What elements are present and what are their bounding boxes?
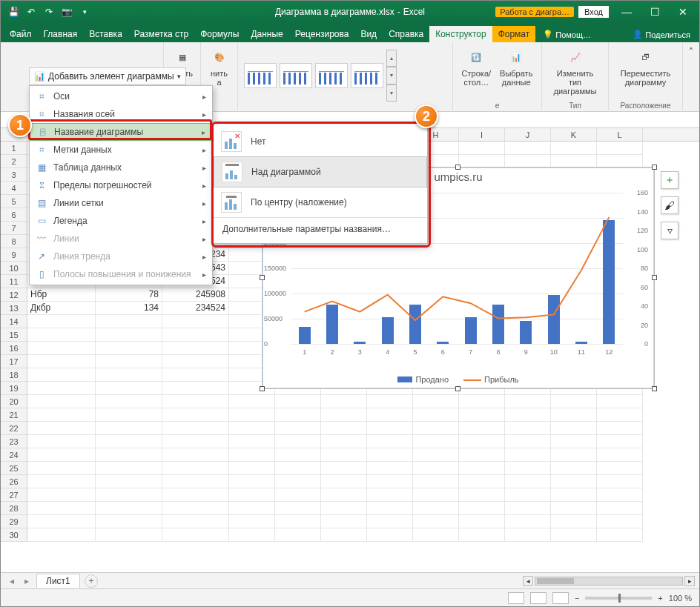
style-thumb[interactable] — [315, 63, 348, 88]
minimize-icon[interactable]: — — [613, 1, 640, 22]
error-bars-icon: Ɪ — [36, 179, 47, 191]
chart-title-submenu: Нет Над диаграммой По центру (наложение)… — [213, 123, 428, 244]
ribbon-group-styles: ▴▾▾ — [238, 42, 453, 112]
menu-data-labels[interactable]: ⌗Метки данных▸ — [30, 141, 212, 159]
chevron-right-icon: ▸ — [202, 235, 206, 243]
submenu-centered-overlay[interactable]: По центру (наложение) — [214, 188, 427, 217]
zoom-out-icon[interactable]: − — [575, 594, 579, 603]
menu-lines: 〰Линии▸ — [30, 230, 212, 248]
menu-legend[interactable]: ▭Легенда▸ — [30, 212, 212, 230]
sheet-nav-prev-icon[interactable]: ◂ — [7, 576, 17, 586]
switch-row-col-button[interactable]: 🔃Строка/ стол… — [460, 45, 493, 88]
menu-gridlines[interactable]: ▤Линии сетки▸ — [30, 194, 212, 212]
tab-layout[interactable]: Разметка стр — [128, 26, 194, 42]
style-thumb[interactable] — [280, 63, 312, 88]
ribbon-tabs: Файл Главная Вставка Разметка стр Формул… — [1, 23, 699, 42]
zoom-in-icon[interactable]: + — [658, 594, 662, 603]
save-icon[interactable]: 💾 — [7, 5, 20, 19]
undo-icon[interactable]: ↶ — [24, 5, 38, 19]
updown-icon: ▯ — [36, 268, 47, 280]
status-bar: − + 100 % — [1, 588, 699, 606]
chart-styles-button[interactable]: 🖌 — [661, 196, 678, 214]
add-element-menu: ⌗Оси▸ ⌗Названия осей▸ ⌸Название диаграмм… — [29, 85, 213, 285]
submenu-above-chart[interactable]: Над диаграммой — [214, 156, 427, 188]
gallery-scroll[interactable]: ▴▾▾ — [386, 50, 397, 102]
redo-icon[interactable]: ↷ — [42, 5, 56, 19]
submenu-more-options[interactable]: Дополнительные параметры названия… — [214, 217, 427, 240]
tab-format[interactable]: Формат — [492, 26, 536, 42]
tab-home[interactable]: Главная — [38, 26, 84, 42]
menu-updown-bars: ▯Полосы повышения и понижения▸ — [30, 265, 212, 283]
data-table-icon: ▦ — [36, 162, 47, 173]
signin-button[interactable]: Вход — [578, 6, 609, 18]
chevron-right-icon: ▸ — [202, 182, 206, 190]
ribbon-collapse-icon[interactable]: ˄ — [683, 42, 699, 111]
app-name: Excel — [403, 7, 425, 17]
share-button[interactable]: 👤Поделиться — [628, 27, 695, 42]
menu-axes[interactable]: ⌗Оси▸ — [30, 87, 212, 105]
select-data-button[interactable]: 📊Выбрать данные — [498, 45, 535, 88]
menu-data-table[interactable]: ▦Таблица данных▸ — [30, 159, 212, 176]
tellme[interactable]: 💡Помощ… — [538, 27, 595, 42]
tab-help[interactable]: Справка — [383, 26, 429, 42]
menu-trendline: ↗Линия тренда▸ — [30, 248, 212, 265]
close-icon[interactable]: ✕ — [670, 1, 696, 22]
tab-designer[interactable]: Конструктор — [429, 26, 492, 42]
palette-icon: 🎨 — [208, 47, 231, 67]
scroll-track[interactable] — [535, 577, 683, 586]
chart-legend[interactable]: Продано Прибыль — [262, 375, 654, 384]
menu-axis-titles[interactable]: ⌗Названия осей▸ — [30, 105, 212, 123]
layout-icon: ▦ — [171, 47, 194, 67]
chevron-down-icon: ▾ — [177, 73, 181, 80]
legend-item[interactable]: Продано — [397, 375, 449, 384]
style-thumb[interactable] — [244, 63, 277, 88]
style-thumb[interactable] — [351, 63, 383, 88]
legend-line-icon — [463, 379, 481, 381]
trendline-icon: ↗ — [36, 251, 47, 262]
page-break-view-icon[interactable] — [552, 592, 569, 604]
chart-element-icon: 📊 — [34, 71, 45, 82]
tab-review[interactable]: Рецензирова — [289, 26, 355, 42]
tab-view[interactable]: Вид — [354, 26, 383, 42]
maximize-icon[interactable]: ☐ — [641, 1, 668, 22]
legend-item[interactable]: Прибыль — [463, 375, 519, 384]
chart-filters-button[interactable]: ▿ — [661, 222, 678, 239]
change-colors-button[interactable]: 🎨нить а — [205, 45, 234, 88]
add-chart-element-button[interactable]: 📊 Добавить элемент диаграммы ▾ — [29, 67, 186, 85]
qat-dropdown-icon[interactable]: ▾ — [78, 5, 91, 19]
zoom-level[interactable]: 100 % — [669, 594, 692, 603]
chevron-right-icon: ▸ — [202, 217, 206, 225]
new-sheet-button[interactable]: ＋ — [85, 574, 98, 588]
lines-icon: 〰 — [36, 233, 47, 245]
chart-elements-button[interactable]: ＋ — [661, 171, 678, 189]
window-title: Диаграмма в диаграмме.xlsx - Excel — [275, 7, 425, 17]
move-chart-button[interactable]: 🗗Переместить диаграмму — [618, 45, 673, 88]
tab-data[interactable]: Данные — [245, 26, 288, 42]
normal-view-icon[interactable] — [508, 592, 524, 604]
menu-chart-title[interactable]: ⌸Название диаграммы▸ — [30, 123, 212, 141]
chevron-right-icon: ▸ — [202, 93, 206, 101]
axis-titles-icon: ⌗ — [36, 108, 47, 120]
chart-styles-gallery[interactable]: ▴▾▾ — [244, 45, 446, 102]
menu-error-bars[interactable]: ꞮПределы погрешностей▸ — [30, 176, 212, 194]
camera-icon[interactable]: 📷 — [60, 5, 73, 19]
chevron-right-icon: ▸ — [202, 146, 206, 154]
page-layout-view-icon[interactable] — [530, 592, 547, 604]
horizontal-scrollbar[interactable]: ◂ ▸ — [523, 576, 699, 586]
sheet-nav-next-icon[interactable]: ▸ — [22, 576, 32, 586]
scroll-left-icon[interactable]: ◂ — [523, 576, 533, 586]
title-overlay-icon — [221, 192, 242, 213]
submenu-none[interactable]: Нет — [214, 127, 427, 156]
row-headers[interactable]: 1234567891011121314151617181920212223242… — [1, 142, 27, 542]
callout-1: 1 — [8, 113, 32, 137]
tab-insert[interactable]: Вставка — [83, 26, 128, 42]
tab-file[interactable]: Файл — [4, 26, 38, 42]
ribbon-group-location: 🗗Переместить диаграмму Расположение — [609, 42, 683, 112]
chart-title-icon: ⌸ — [36, 126, 48, 138]
gridlines-icon: ▤ — [36, 197, 47, 209]
zoom-slider[interactable] — [585, 597, 652, 600]
change-chart-type-button[interactable]: 📈Изменить тип диаграммы — [548, 45, 602, 97]
tab-formulas[interactable]: Формулы — [194, 26, 245, 42]
sheet-tab[interactable]: Лист1 — [36, 574, 80, 588]
scroll-right-icon[interactable]: ▸ — [684, 576, 695, 586]
